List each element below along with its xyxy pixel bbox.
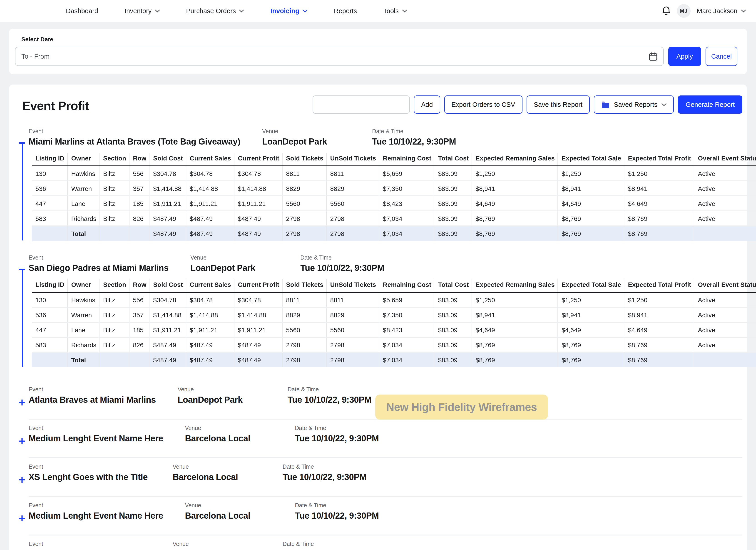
table-row[interactable]: 583RichardsBiltz826$487.49$487.49$487.49… (32, 211, 756, 226)
total-cell (129, 226, 149, 241)
venue-field-label: Venue (178, 386, 266, 393)
nav-item-dashboard[interactable]: Dashboard (66, 7, 98, 15)
venue-field-label: Venue (173, 541, 261, 547)
column-header[interactable]: Listing ID (32, 153, 67, 166)
column-header[interactable]: Sold Tickets (282, 153, 326, 166)
column-header[interactable]: Total Cost (434, 153, 472, 166)
column-header[interactable]: Row (129, 153, 149, 166)
column-header[interactable]: Sold Cost (149, 153, 186, 166)
nav-item-invoicing[interactable]: Invoicing (270, 7, 307, 15)
table-cell: $5,659 (379, 292, 434, 307)
column-header[interactable]: Listing ID (32, 279, 67, 292)
cancel-button[interactable]: Cancel (706, 47, 737, 66)
report-name-input[interactable] (313, 95, 410, 114)
collapse-icon[interactable] (18, 139, 25, 146)
expand-icon[interactable] (18, 515, 25, 522)
total-cell: $7,034 (379, 226, 434, 241)
table-cell: Biltz (99, 166, 129, 181)
nav-item-tools[interactable]: Tools (383, 7, 407, 15)
column-header[interactable]: Owner (67, 153, 99, 166)
table-cell: 2798 (282, 337, 326, 352)
add-button[interactable]: Add (414, 95, 440, 114)
total-cell: 2798 (282, 352, 326, 367)
table-cell: $1,911.21 (186, 196, 234, 211)
column-header[interactable]: Section (99, 153, 129, 166)
page-title: Event Profit (22, 95, 89, 113)
column-header[interactable]: Section (99, 279, 129, 292)
event-name: San Diego Padres at Miami Marlins (29, 263, 169, 273)
column-header[interactable]: Sold Tickets (282, 279, 326, 292)
table-cell: Active (694, 307, 756, 322)
save-report-button[interactable]: Save this Report (527, 95, 590, 114)
column-header[interactable]: Current Profit (234, 153, 282, 166)
column-header[interactable]: Expected Total Sale (558, 153, 624, 166)
table-cell: $7,034 (379, 211, 434, 226)
generate-report-button[interactable]: Generate Report (678, 95, 742, 114)
calendar-icon[interactable] (648, 52, 658, 61)
venue-field-label: Venue (173, 464, 261, 470)
column-header[interactable]: Row (129, 279, 149, 292)
apply-button[interactable]: Apply (668, 47, 701, 66)
column-header[interactable]: Overall Event Status (694, 279, 756, 292)
table-row[interactable]: 536WarrenBiltz357$1,414.88$1,414.88$1,41… (32, 307, 756, 322)
event-field-label: Event (29, 425, 163, 431)
nav-right: MJ Marc Jackson (662, 4, 746, 18)
datetime-field-label: Date & Time (288, 386, 371, 393)
export-csv-button[interactable]: Export Orders to CSV (444, 95, 522, 114)
column-header[interactable]: Total Cost (434, 279, 472, 292)
nav-items: DashboardInventoryPurchase OrdersInvoici… (66, 7, 407, 15)
event-name: Atlanta Braves at Miami Marlins (29, 395, 156, 405)
table-row[interactable]: 130HawkinsBiltz556$304.78$304.78$304.788… (32, 292, 756, 307)
expand-icon[interactable] (18, 476, 25, 483)
avatar[interactable]: MJ (677, 4, 690, 18)
column-header[interactable]: Expected Total Profit (624, 153, 694, 166)
column-header[interactable]: Current Sales (186, 279, 234, 292)
column-header[interactable]: Overall Event Status (694, 153, 756, 166)
table-cell: $8,941 (558, 181, 624, 196)
notifications-bell-icon[interactable] (662, 6, 670, 16)
table-cell: $83.09 (434, 181, 472, 196)
column-header[interactable]: UnSold Tickets (326, 279, 379, 292)
table-row[interactable]: 536WarrenBiltz357$1,414.88$1,414.88$1,41… (32, 181, 756, 196)
user-menu[interactable]: Marc Jackson (697, 7, 746, 15)
column-header[interactable]: Current Sales (186, 153, 234, 166)
saved-reports-dropdown[interactable]: Saved Reports (594, 95, 674, 114)
nav-item-reports[interactable]: Reports (334, 7, 357, 15)
event-section: Event Medium Lenght Event Name Here Venu… (18, 497, 742, 535)
table-row[interactable]: 130HawkinsBiltz556$304.78$304.78$304.788… (32, 166, 756, 181)
date-range-input[interactable]: To - From (15, 47, 664, 66)
table-cell: Active (694, 181, 756, 196)
column-header[interactable]: Expected Remaning Sales (472, 153, 558, 166)
expand-icon[interactable] (18, 399, 25, 406)
nav-item-purchase-orders[interactable]: Purchase Orders (186, 7, 244, 15)
table-row[interactable]: 447LaneBiltz185$1,911.21$1,911.21$1,911.… (32, 196, 756, 211)
nav-item-label: Inventory (124, 7, 152, 15)
table-cell: $8,769 (558, 337, 624, 352)
table-row[interactable]: 447LaneBiltz185$1,911.21$1,911.21$1,911.… (32, 322, 756, 337)
column-header[interactable]: Sold Cost (149, 279, 186, 292)
table-cell: 185 (129, 196, 149, 211)
collapse-icon[interactable] (18, 265, 25, 273)
event-venue: Barcelona Local (185, 511, 273, 521)
table-cell: 826 (129, 337, 149, 352)
column-header[interactable]: Expected Remaning Sales (472, 279, 558, 292)
nav-item-inventory[interactable]: Inventory (124, 7, 160, 15)
table-cell: $4,649 (558, 322, 624, 337)
table-cell: $1,911.21 (186, 322, 234, 337)
table-row[interactable]: 583RichardsBiltz826$487.49$487.49$487.49… (32, 337, 756, 352)
column-header[interactable]: Remaining Cost (379, 153, 434, 166)
column-header[interactable]: UnSold Tickets (326, 153, 379, 166)
column-header[interactable]: Current Profit (234, 279, 282, 292)
expand-icon[interactable] (18, 437, 25, 445)
chevron-down-icon (741, 9, 746, 12)
total-cell: $487.49 (186, 226, 234, 241)
total-cell: Total (67, 352, 99, 367)
table-cell: Richards (67, 337, 99, 352)
column-header[interactable]: Remaining Cost (379, 279, 434, 292)
column-header[interactable]: Owner (67, 279, 99, 292)
table-cell: $83.09 (434, 166, 472, 181)
plus-glyph (18, 438, 25, 444)
column-header[interactable]: Expected Total Sale (558, 279, 624, 292)
table-cell: $8,769 (558, 211, 624, 226)
column-header[interactable]: Expected Total Profit (624, 279, 694, 292)
